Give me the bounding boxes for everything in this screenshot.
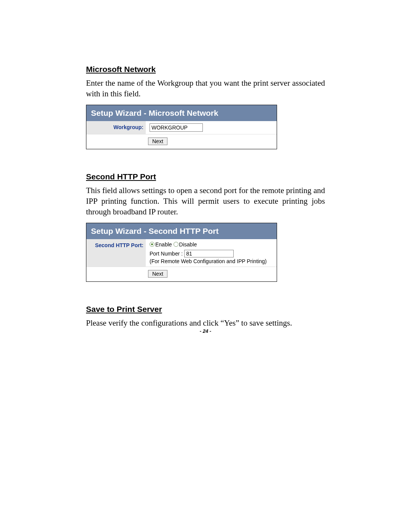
button-row-1: Next (86, 134, 277, 149)
disable-radio-label: Disable (179, 241, 197, 248)
disable-radio[interactable]: Disable (174, 241, 197, 248)
workgroup-row: Workgroup: (86, 121, 277, 134)
http-port-value-cell: Enable Disable Port Number : (For Remote… (146, 239, 277, 267)
wizard-title-microsoft-network: Setup Wizard - Microsoft Network (86, 105, 277, 121)
paragraph-microsoft-network: Enter the name of the Workgroup that you… (86, 78, 325, 99)
wizard-title-second-http-port: Setup Wizard - Second HTTP Port (86, 223, 277, 239)
wizard-second-http-port: Setup Wizard - Second HTTP Port Second H… (86, 223, 277, 282)
heading-save-to-print-server: Save to Print Server (86, 305, 325, 314)
next-button[interactable]: Next (148, 270, 167, 278)
paragraph-second-http-port: This field allows settings to open a sec… (86, 185, 325, 217)
workgroup-value-cell (146, 121, 277, 134)
heading-second-http-port: Second HTTP Port (86, 172, 325, 181)
workgroup-input[interactable] (150, 123, 203, 132)
page-number: - 24 - (0, 328, 411, 334)
button-row-2: Next (86, 267, 277, 281)
document-page: Microsoft Network Enter the name of the … (0, 0, 411, 532)
enable-radio-label: Enable (155, 241, 172, 248)
enable-disable-group: Enable Disable (150, 241, 273, 248)
wizard-microsoft-network: Setup Wizard - Microsoft Network Workgro… (86, 105, 277, 149)
http-port-row: Second HTTP Port: Enable Disable Port Nu… (86, 239, 277, 267)
port-number-label: Port Number : (150, 251, 183, 257)
port-number-line: Port Number : (150, 250, 273, 257)
enable-radio[interactable]: Enable (150, 241, 172, 248)
workgroup-label: Workgroup: (86, 121, 146, 134)
http-port-label: Second HTTP Port: (86, 239, 146, 267)
port-number-hint: (For Remote Web Configuration and IPP Pr… (150, 258, 273, 264)
paragraph-save-to-print-server: Please verify the configurations and cli… (86, 318, 325, 328)
radio-unchecked-icon (174, 242, 178, 247)
port-number-input[interactable] (184, 250, 234, 257)
heading-microsoft-network: Microsoft Network (86, 65, 325, 74)
radio-checked-icon (150, 242, 155, 247)
next-button[interactable]: Next (148, 137, 167, 145)
